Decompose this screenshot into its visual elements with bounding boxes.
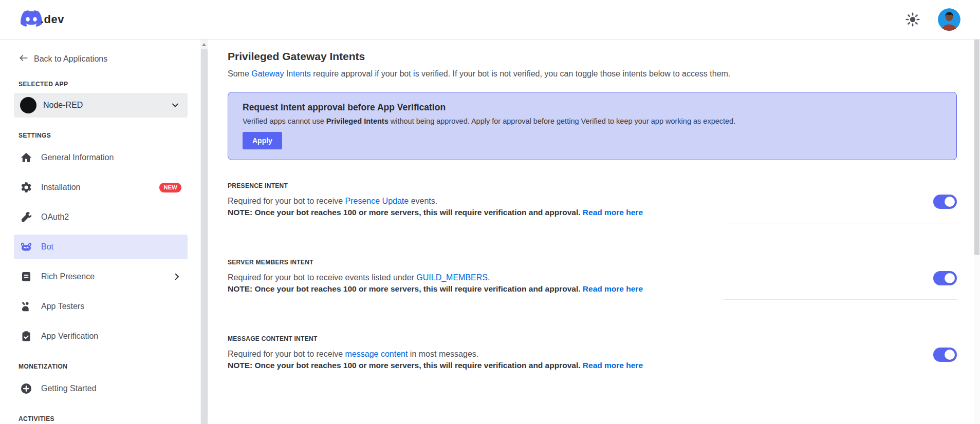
app-avatar (20, 97, 36, 113)
divider (724, 299, 957, 300)
chevron-down-icon (170, 100, 180, 110)
intent-description: Required for your bot to receive Presenc… (228, 196, 957, 206)
gateway-intents-link[interactable]: Gateway Intents (251, 69, 311, 78)
sidebar-item-rich-presence[interactable]: Rich Presence (14, 264, 188, 289)
sidebar-item-label: General Information (41, 153, 114, 162)
selected-app-heading: SELECTED APP (19, 81, 200, 88)
intent-label: MESSAGE CONTENT INTENT (228, 335, 957, 342)
banner-body: Verified apps cannot use Privileged Inte… (243, 117, 942, 125)
guild-members-link[interactable]: GUILD_MEMBERS (416, 273, 488, 282)
sidebar-item-label: Bot (41, 242, 53, 252)
wrench-icon (20, 211, 32, 223)
note-text: NOTE: Once your bot reaches 100 or more … (228, 284, 583, 293)
divider (724, 223, 957, 223)
banner-body-pre: Verified apps cannot use (243, 117, 326, 125)
note-text: NOTE: Once your bot reaches 100 or more … (228, 208, 583, 217)
intent-note: NOTE: Once your bot reaches 100 or more … (228, 207, 957, 218)
toggle-knob (945, 197, 955, 207)
apply-button[interactable]: Apply (243, 132, 282, 149)
user-avatar[interactable] (938, 8, 960, 31)
read-more-link[interactable]: Read more here (583, 284, 643, 293)
person-raised-hand-icon (20, 300, 32, 313)
page-title: Privileged Gateway Intents (228, 50, 957, 63)
new-badge: NEW (159, 183, 181, 192)
sidebar-item-label: App Verification (41, 332, 98, 341)
back-to-applications-link[interactable]: Back to Applications (19, 53, 200, 65)
intro-post: require approval if your bot is verified… (311, 69, 730, 78)
desc-pre: Required for your bot to receive events … (228, 273, 416, 282)
server-members-intent-section: SERVER MEMBERS INTENT Required for your … (228, 259, 957, 300)
desc-pre: Required for your bot to receive (228, 197, 345, 205)
intro-paragraph: Some Gateway Intents require approval if… (228, 69, 957, 79)
intent-label: SERVER MEMBERS INTENT (228, 259, 957, 266)
server-members-intent-toggle[interactable] (933, 271, 957, 285)
chevron-right-icon (172, 272, 181, 281)
sidebar-item-app-verification[interactable]: App Verification (14, 324, 188, 349)
settings-heading: SETTINGS (19, 132, 200, 139)
theme-toggle-sun-icon[interactable] (905, 12, 920, 27)
main-scrollbar-thumb[interactable] (974, 40, 979, 255)
banner-title: Request intent approval before App Verif… (243, 102, 942, 113)
intent-list: PRESENCE INTENT Required for your bot to… (228, 182, 957, 376)
desc-pre: Required for your bot to receive (228, 350, 345, 358)
sidebar-item-label: App Testers (41, 302, 84, 311)
monetization-heading: MONETIZATION (19, 363, 200, 370)
presence-update-link[interactable]: Presence Update (345, 197, 409, 205)
desc-post: events. (409, 197, 437, 205)
main-content: Privileged Gateway Intents Some Gateway … (208, 40, 980, 424)
sidebar-item-bot[interactable]: Bot (14, 235, 188, 259)
sidebar-item-app-testers[interactable]: App Testers (14, 294, 188, 319)
arrow-left-icon (19, 53, 29, 65)
intent-description: Required for your bot to receive events … (228, 273, 957, 283)
sidebar: Back to Applications SELECTED APP Node-R… (0, 40, 200, 424)
banner-body-bold: Privileged Intents (326, 117, 389, 125)
app-selector-dropdown[interactable]: Node-RED (14, 93, 188, 118)
sidebar-item-label: Installation (41, 183, 81, 192)
discord-logo-icon (21, 8, 42, 31)
banner-body-post: without being approved. Apply for approv… (389, 117, 736, 125)
presence-intent-section: PRESENCE INTENT Required for your bot to… (228, 182, 957, 223)
sidebar-item-label: OAuth2 (41, 213, 69, 222)
intent-label: PRESENCE INTENT (228, 182, 957, 189)
message-content-intent-toggle[interactable] (933, 348, 957, 362)
clipboard-check-icon (20, 330, 32, 342)
activities-heading: ACTIVITIES (19, 415, 200, 422)
read-more-link[interactable]: Read more here (583, 361, 643, 370)
home-icon (20, 151, 32, 164)
sidebar-scrollbar-thumb[interactable] (201, 49, 208, 424)
intent-note: NOTE: Once your bot reaches 100 or more … (228, 284, 957, 294)
back-link-label: Back to Applications (34, 54, 107, 64)
intent-approval-banner: Request intent approval before App Verif… (228, 92, 957, 160)
discord-dev-logo[interactable]: .dev (21, 8, 64, 31)
sidebar-item-general-information[interactable]: General Information (14, 145, 188, 170)
sidebar-item-getting-started[interactable]: Getting Started (14, 376, 188, 401)
presence-intent-toggle[interactable] (933, 195, 957, 209)
sidebar-item-label: Getting Started (41, 384, 97, 393)
settings-nav: General Information Installation NEW OAu… (0, 145, 200, 349)
plus-circle-icon (20, 382, 32, 395)
message-content-intent-section: MESSAGE CONTENT INTENT Required for your… (228, 335, 957, 376)
main-scrollbar[interactable] (974, 40, 980, 424)
scroll-up-arrow-icon[interactable] (202, 43, 206, 46)
discord-developer-portal: .dev (0, 0, 980, 424)
sidebar-scrollbar[interactable] (200, 40, 208, 424)
sidebar-item-label: Rich Presence (41, 272, 95, 281)
monetization-nav: Getting Started (0, 376, 200, 401)
intent-note: NOTE: Once your bot reaches 100 or more … (228, 360, 957, 371)
toggle-knob (945, 273, 955, 283)
wordmark-dev: .dev (41, 13, 64, 26)
intent-description: Required for your bot to receive message… (228, 349, 957, 359)
read-more-link[interactable]: Read more here (583, 208, 643, 217)
toggle-knob (945, 350, 955, 360)
intro-pre: Some (228, 69, 251, 78)
top-bar: .dev (0, 0, 980, 40)
bot-icon (20, 241, 32, 253)
sidebar-item-oauth2[interactable]: OAuth2 (14, 205, 188, 229)
message-content-link[interactable]: message content (345, 350, 408, 358)
note-text: NOTE: Once your bot reaches 100 or more … (228, 361, 583, 370)
desc-post: in most messages. (408, 350, 478, 358)
sidebar-item-installation[interactable]: Installation NEW (14, 175, 188, 200)
selected-app-name: Node-RED (43, 101, 163, 110)
desc-post: . (488, 273, 490, 282)
journal-icon (20, 271, 32, 283)
